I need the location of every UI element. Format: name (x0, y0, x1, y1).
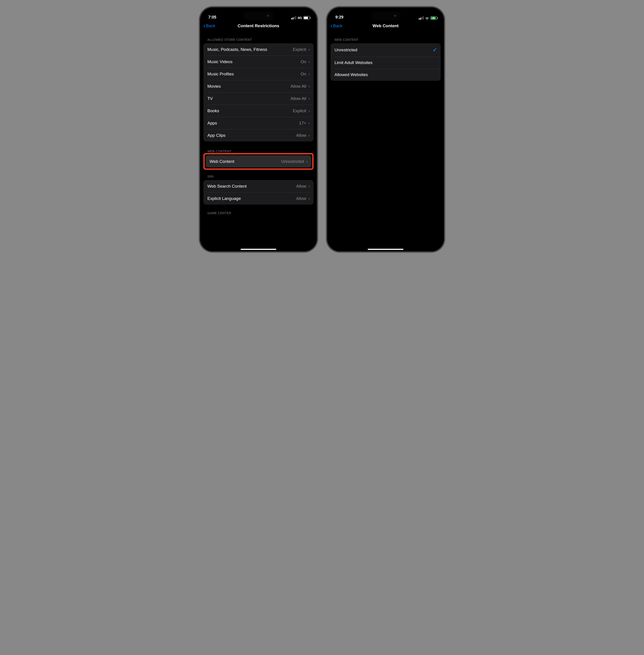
notch (244, 12, 274, 20)
checkmark-icon: ✓ (433, 47, 437, 53)
battery-icon (303, 16, 310, 19)
row-value: Unrestricted (281, 159, 304, 164)
row-label: Apps (207, 121, 217, 126)
row-value: Allow All (291, 96, 306, 101)
group-store: Music, Podcasts, News, Fitness Explicit›… (203, 43, 314, 141)
chevron-right-icon: › (306, 159, 308, 164)
chevron-right-icon: › (308, 133, 310, 138)
section-header-gc: GAME CENTER (203, 205, 314, 217)
row-label: Allowed Websites (335, 72, 368, 77)
content[interactable]: ALLOWED STORE CONTENT Music, Podcasts, N… (199, 31, 318, 252)
row-movies[interactable]: Movies Allow All› (203, 80, 314, 92)
camera-dot (267, 15, 270, 17)
chevron-right-icon: › (308, 84, 310, 89)
row-books[interactable]: Books Explicit› (203, 105, 314, 117)
group-options: Unrestricted ✓ Limit Adult Websites Allo… (330, 43, 441, 81)
row-value: Allow All (291, 84, 306, 89)
phone-right: 9:29 ‹ Back Web Content WEB CONTENT Unre… (326, 7, 445, 252)
row-apps[interactable]: Apps 17+› (203, 117, 314, 129)
battery-charging-icon (430, 16, 437, 20)
back-label: Back (333, 23, 342, 28)
back-button[interactable]: ‹ Back (330, 23, 343, 29)
row-value: Allow (296, 133, 306, 138)
phone-left: 7:05 4G ‹ Back Content Restrictions ALLO… (199, 7, 318, 252)
chevron-left-icon: ‹ (330, 23, 332, 29)
row-music-profiles[interactable]: Music Profiles On› (203, 68, 314, 80)
signal-icon (291, 16, 296, 19)
row-label: Explicit Language (207, 196, 241, 201)
row-label: Limit Adult Websites (335, 60, 373, 65)
row-label: Music Profiles (207, 72, 234, 76)
status-right: 4G (291, 16, 310, 20)
row-tv[interactable]: TV Allow All› (203, 92, 314, 105)
row-web-search[interactable]: Web Search Content Allow› (203, 180, 314, 192)
row-value: On (301, 72, 306, 76)
row-value: 17+ (299, 121, 306, 126)
status-time: 7:05 (208, 15, 216, 20)
chevron-right-icon: › (308, 120, 310, 126)
chevron-right-icon: › (308, 71, 310, 76)
signal-icon (419, 16, 424, 20)
page-title: Content Restrictions (199, 23, 318, 28)
status-right (419, 16, 437, 20)
section-header-web: WEB CONTENT (330, 31, 441, 43)
status-time: 9:29 (336, 15, 343, 20)
option-unrestricted[interactable]: Unrestricted ✓ (330, 43, 441, 57)
row-app-clips[interactable]: App Clips Allow› (203, 129, 314, 141)
section-header-web: WEB CONTENT (203, 141, 314, 155)
camera-dot (394, 15, 397, 17)
row-value: Allow (296, 196, 306, 201)
section-header-store: ALLOWED STORE CONTENT (203, 31, 314, 43)
chevron-right-icon: › (308, 47, 310, 52)
row-music-videos[interactable]: Music Videos On› (203, 55, 314, 68)
row-label: Web Content (210, 159, 234, 164)
option-limit-adult[interactable]: Limit Adult Websites (330, 57, 441, 69)
option-allowed-websites[interactable]: Allowed Websites (330, 69, 441, 81)
content[interactable]: WEB CONTENT Unrestricted ✓ Limit Adult W… (326, 31, 445, 252)
section-header-siri: SIRI (203, 170, 314, 180)
row-value: Allow (296, 184, 306, 189)
row-value: Explicit (293, 108, 306, 113)
chevron-right-icon: › (308, 196, 310, 201)
chevron-right-icon: › (308, 96, 310, 101)
row-label: Music, Podcasts, News, Fitness (207, 47, 267, 52)
row-label: Music Videos (207, 59, 233, 64)
notch (371, 12, 401, 20)
row-label: TV (207, 96, 213, 101)
row-value: Explicit (293, 47, 306, 52)
home-indicator[interactable] (368, 249, 404, 250)
highlight-box: Web Content Unrestricted› (203, 153, 314, 170)
nav-header: ‹ Back Web Content (326, 21, 445, 31)
chevron-right-icon: › (308, 108, 310, 113)
chevron-left-icon: ‹ (203, 23, 205, 29)
wifi-icon (425, 17, 429, 20)
page-title: Web Content (326, 23, 445, 28)
row-value: On (301, 59, 306, 64)
row-label: Books (207, 108, 219, 113)
home-indicator[interactable] (240, 249, 276, 250)
row-explicit-lang[interactable]: Explicit Language Allow› (203, 192, 314, 205)
back-label: Back (206, 23, 215, 28)
group-siri: Web Search Content Allow› Explicit Langu… (203, 180, 314, 205)
group-web: Web Content Unrestricted› (206, 155, 311, 167)
row-music-podcasts[interactable]: Music, Podcasts, News, Fitness Explicit› (203, 43, 314, 55)
chevron-right-icon: › (308, 59, 310, 64)
back-button[interactable]: ‹ Back (203, 23, 215, 29)
row-label: Web Search Content (207, 184, 247, 189)
chevron-right-icon: › (308, 184, 310, 189)
row-label: Unrestricted (335, 47, 357, 52)
row-web-content[interactable]: Web Content Unrestricted› (206, 155, 311, 167)
row-label: App Clips (207, 133, 226, 138)
nav-header: ‹ Back Content Restrictions (199, 21, 318, 31)
network-label: 4G (297, 16, 302, 20)
row-label: Movies (207, 84, 221, 89)
